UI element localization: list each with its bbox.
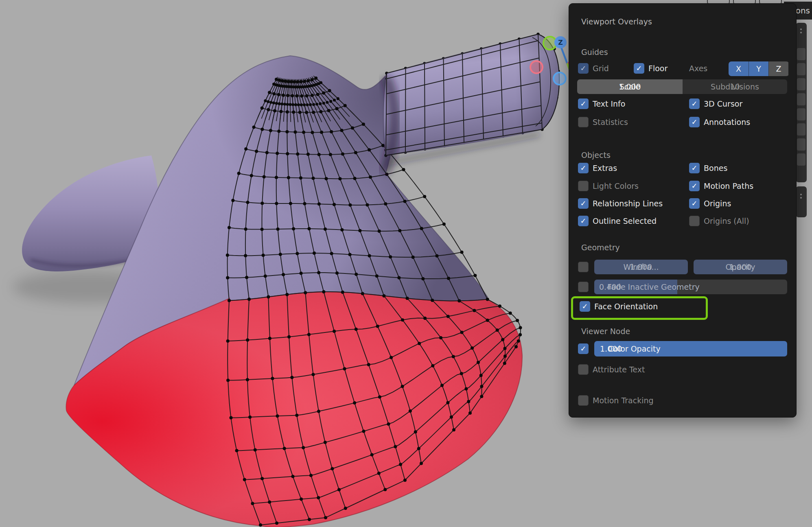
- motion-paths-checkbox[interactable]: ✓: [689, 181, 700, 191]
- grid-label[interactable]: Grid: [593, 64, 609, 73]
- origins-label[interactable]: Origins: [704, 199, 731, 208]
- axes-toggle-group: X Y Z: [729, 61, 789, 76]
- floor-checkbox[interactable]: ✓: [634, 63, 644, 74]
- axes-x-button[interactable]: X: [729, 61, 749, 76]
- origins-all-label[interactable]: Origins (All): [704, 216, 749, 225]
- options-clipped-label[interactable]: ons: [796, 6, 810, 15]
- gizmo-x-neg-ball[interactable]: [530, 61, 543, 73]
- text-info-checkbox[interactable]: ✓: [578, 98, 589, 109]
- outline-selected-checkbox[interactable]: ✓: [578, 216, 589, 226]
- grip-dot: [800, 28, 802, 30]
- wireframe-slider-value: 1.000: [630, 262, 652, 271]
- floor-label[interactable]: Floor: [648, 64, 668, 73]
- color-opacity-slider[interactable]: Color Opacity 1.000: [594, 341, 787, 356]
- gizmo-column-button[interactable]: [797, 63, 805, 75]
- text-info-label[interactable]: Text Info: [593, 99, 625, 108]
- objects-section-label: Objects: [581, 151, 611, 160]
- face-orientation-label[interactable]: Face Orientation: [594, 302, 658, 311]
- color-opacity-checkbox[interactable]: ✓: [578, 343, 589, 354]
- fade-slider-value: 0.400: [599, 282, 621, 291]
- panel-title: Viewport Overlays: [581, 17, 652, 26]
- relationship-lines-label[interactable]: Relationship Lines: [593, 199, 663, 208]
- wireframe-checkbox[interactable]: [578, 262, 589, 272]
- viewport-overlays-panel: Viewport Overlays Guides ✓ Grid ✓ Floor …: [569, 3, 797, 418]
- attribute-text-checkbox[interactable]: [578, 364, 589, 375]
- opacity-slider-value: 1.000: [729, 262, 751, 271]
- viewport-tool-column: [796, 186, 807, 217]
- guides-section-label: Guides: [581, 48, 608, 57]
- grip-dot: [800, 197, 802, 199]
- fade-inactive-slider[interactable]: Fade Inactive Geometry 0.400: [594, 280, 787, 294]
- annotations-checkbox[interactable]: ✓: [689, 117, 700, 127]
- geometry-section-label: Geometry: [581, 243, 620, 252]
- motion-tracking-checkbox[interactable]: [578, 395, 589, 406]
- axes-y-button[interactable]: Y: [749, 61, 768, 76]
- origins-all-checkbox[interactable]: [689, 216, 700, 226]
- gizmo-column-button[interactable]: [797, 48, 805, 60]
- fade-inactive-checkbox[interactable]: [578, 282, 589, 292]
- axes-label: Axes: [689, 64, 707, 73]
- blender-3d-viewport: Z ons Viewport Overlays Guides ✓ Grid ✓ …: [0, 0, 812, 527]
- gizmo-column-button[interactable]: [797, 123, 805, 136]
- motion-tracking-label[interactable]: Motion Tracking: [593, 396, 654, 405]
- axes-z-button[interactable]: Z: [768, 61, 788, 76]
- grip-dot: [800, 194, 802, 195]
- statistics-label[interactable]: Statistics: [593, 118, 628, 127]
- outline-selected-label[interactable]: Outline Selected: [593, 216, 657, 225]
- attribute-text-label[interactable]: Attribute Text: [593, 365, 645, 374]
- annotations-label[interactable]: Annotations: [704, 118, 750, 127]
- subdivisions-value: 10: [730, 82, 740, 91]
- statistics-checkbox[interactable]: [578, 117, 589, 127]
- gizmo-column-button[interactable]: [797, 138, 805, 151]
- light-colors-checkbox[interactable]: [578, 181, 589, 191]
- extras-checkbox[interactable]: ✓: [578, 163, 589, 173]
- face-orientation-checkbox[interactable]: ✓: [580, 301, 590, 312]
- grid-scale-subdiv-group: Scale 1.000 Subdivisions 10: [577, 79, 787, 94]
- grip-dot: [800, 32, 802, 33]
- scale-value: 1.000: [619, 82, 641, 91]
- motion-paths-label[interactable]: Motion Paths: [704, 181, 753, 190]
- grid-subdivisions-field[interactable]: Subdivisions 10: [683, 79, 787, 94]
- grid-scale-field[interactable]: Scale 1.000: [577, 79, 683, 94]
- color-opacity-value: 1.000: [600, 344, 622, 353]
- origins-checkbox[interactable]: ✓: [689, 198, 700, 209]
- gizmo-z-neg-ball[interactable]: [554, 72, 566, 85]
- light-colors-label[interactable]: Light Colors: [593, 181, 639, 190]
- relationship-lines-checkbox[interactable]: ✓: [578, 198, 589, 209]
- bones-label[interactable]: Bones: [704, 164, 727, 173]
- gizmo-column-button[interactable]: [797, 78, 805, 90]
- 3d-cursor-checkbox[interactable]: ✓: [689, 98, 700, 109]
- bones-checkbox[interactable]: ✓: [689, 163, 700, 173]
- viewer-node-section-label: Viewer Node: [581, 327, 630, 336]
- extras-label[interactable]: Extras: [593, 164, 617, 173]
- opacity-slider[interactable]: Opacity 1.000: [694, 260, 787, 274]
- gizmo-column-button[interactable]: [797, 108, 805, 120]
- gizmo-column-button[interactable]: [797, 153, 805, 166]
- grid-checkbox[interactable]: ✓: [578, 63, 589, 74]
- wireframe-slider[interactable]: Wirefra... 1.000: [594, 260, 688, 274]
- gizmo-column-button[interactable]: [797, 93, 805, 105]
- 3d-cursor-label[interactable]: 3D Cursor: [704, 99, 742, 108]
- gizmo-z-label: Z: [558, 39, 563, 46]
